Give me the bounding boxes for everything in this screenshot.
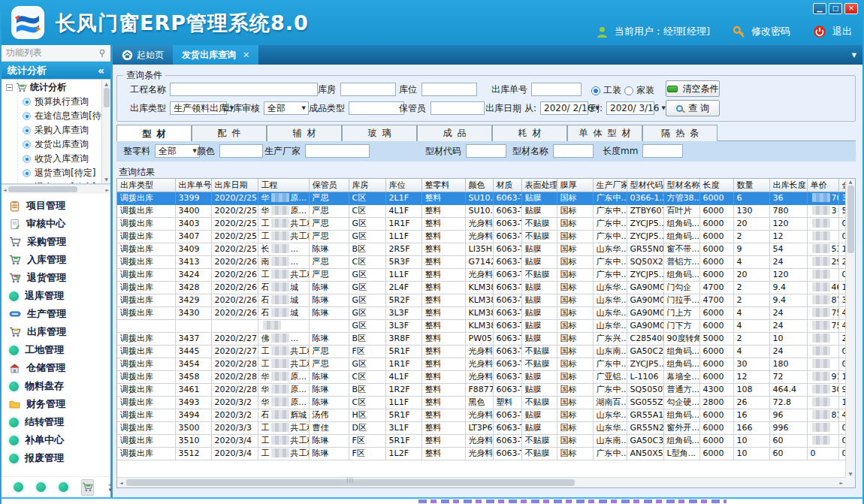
tree-horizontal-scrollbar[interactable]: ◄ ► [2, 184, 110, 194]
column-header-出库类型[interactable]: 出库类型 [117, 179, 175, 192]
warehouse-input[interactable] [340, 83, 396, 96]
cart-module-button[interactable] [81, 479, 94, 496]
collapse-icon[interactable]: « [98, 65, 104, 77]
maximize-button[interactable]: □ [829, 3, 842, 14]
scroll-down-icon[interactable]: ▼ [104, 177, 108, 182]
search-button[interactable]: 查 询 [666, 100, 720, 116]
table-row[interactable]: 调拨出库34132020/2/26南...严思C区5R3F整料G71422606… [117, 255, 845, 268]
tree-item-收货入库查询[interactable]: 收货入库查询 [2, 152, 101, 166]
column-header-长度[interactable]: 长度 [699, 179, 733, 192]
table-row[interactable]: 调拨出库34942020/3/2石辉城汤伟H区5R1F整料光身料6063-T5贴… [117, 409, 845, 421]
section-header-statistics[interactable]: 统计分析 « [2, 62, 110, 79]
date-from-picker[interactable]: 2020/ 2/16 ▼ [540, 101, 588, 115]
table-row[interactable]: 调拨出库34372020/2/27佛...陈琳B区3R8F整料PW056063-… [117, 332, 845, 345]
grid-horizontal-scrollbar[interactable]: ◄ ► [117, 477, 845, 487]
sidebar-item-退库管理[interactable]: 退库管理 [2, 287, 110, 305]
table-row[interactable]: 调拨出库34302020/2/26石城陈琳G区3L3F整料KLM38176063… [117, 306, 845, 319]
sidebar-item-退货管理[interactable]: 退货管理 [2, 269, 110, 287]
column-header-出库长度[interactable]: 出库长度 [769, 179, 807, 192]
sidebar-item-入库管理[interactable]: 入库管理 [2, 251, 110, 269]
table-row[interactable]: 调拨出库34282020/2/26石城陈琳G区2L4F整料KLM38176063… [117, 281, 845, 294]
grid-vertical-scrollbar[interactable]: ▲ ▼ [845, 179, 855, 477]
column-header-生产厂家[interactable]: 生产厂家 [593, 179, 627, 192]
material-tab-配件[interactable]: 配件 [192, 125, 267, 141]
column-header-工程[interactable]: 工程 [258, 179, 309, 192]
material-tab-辅材[interactable]: 辅材 [267, 125, 342, 141]
tree-vertical-scrollbar[interactable]: ▲ ▼ [101, 80, 110, 183]
table-row[interactable]: 调拨出库34092020/2/25长...陈琳B区2R5F整料LI35HD606… [117, 243, 845, 255]
table-row[interactable]: 调拨出库34072020/2/25工共工程严思G区1L1F整料光身料6063-T… [117, 230, 845, 243]
table-row[interactable]: 调拨出库34242020/2/26工共工程严思G区1L1F整料光身料6063-T… [117, 268, 845, 281]
sidebar-item-报废管理[interactable]: 报废管理 [2, 449, 110, 467]
sidebar-item-采购管理[interactable]: 采购管理 [2, 233, 110, 251]
color-input[interactable] [219, 144, 263, 158]
sidebar-item-项目管理[interactable]: 项目管理 [2, 197, 110, 215]
column-header-单价[interactable]: 单价 [807, 179, 838, 192]
manufacturer-input[interactable] [305, 144, 370, 158]
outbound-audit-select[interactable]: 全部 ▼ [264, 101, 309, 115]
minimize-button[interactable]: ▁ [813, 3, 826, 14]
keeper-input[interactable] [430, 101, 485, 115]
project-name-input[interactable] [170, 83, 318, 96]
scroll-left-icon[interactable]: ◄ [3, 187, 7, 192]
sidebar-item-审核中心[interactable]: 审核中心 [2, 215, 110, 233]
length-input[interactable] [642, 144, 683, 158]
table-row[interactable]: 调拨出库34292020/2/26石城陈琳G区5R2F整料KLM38176063… [117, 294, 845, 306]
table-row[interactable]: 调拨出库35102020/3/4工共工程陈琳F区5R1F整料光身料6063-T5… [117, 434, 845, 447]
table-row[interactable]: 调拨出库34032020/2/25工共工程严思G区1R1F整料光身料6063-T… [117, 217, 845, 230]
column-header-材质[interactable]: 材质 [493, 179, 521, 192]
column-header-库房[interactable]: 库房 [349, 179, 385, 192]
close-button[interactable]: ✕ [844, 3, 858, 14]
sidebar-item-物料盘存[interactable]: 物料盘存 [2, 377, 110, 395]
column-header-库位[interactable]: 库位 [385, 179, 421, 192]
sidebar-item-生产管理[interactable]: 生产管理 [2, 305, 110, 323]
outbound-type-select[interactable]: 生产领料出库 ▼ [170, 101, 227, 115]
scroll-right-icon[interactable]: ► [839, 480, 843, 485]
column-header-型材代码[interactable]: 型材代码 [627, 179, 663, 192]
table-row[interactable]: 调拨出库34582020/2/28华原...陈琳C区4L1F整料光身料6063-… [117, 370, 845, 383]
scroll-thumb[interactable] [126, 479, 575, 486]
column-header-颜色[interactable]: 颜色 [465, 179, 493, 192]
table-row[interactable]: 调拨出库34452020/2/27工共工程严思F区5R1F整料光身料6063-T… [117, 345, 845, 358]
table-row[interactable]: 调拨出库34542020/2/28工共工程严思G区1R1F整料光身料6063-T… [117, 358, 845, 370]
material-tab-隔热条[interactable]: 隔热条 [642, 125, 717, 141]
table-row[interactable]: 调拨出库34002020/2/25华原...严思C区4L1F整料SU10...6… [117, 204, 845, 217]
tree-item-退库管理[待定][interactable]: 退库管理[待定] [2, 180, 101, 183]
whole-piece-select[interactable]: 全部 ▼ [155, 144, 200, 158]
tab-home[interactable]: 起始页 [113, 45, 173, 65]
date-to-picker[interactable]: 2020/ 3/16 ▼ [606, 101, 654, 115]
column-header-出库日期[interactable]: 出库日期 [211, 179, 258, 192]
tree-item-退货查询[待定][interactable]: 退货查询[待定] [2, 166, 101, 180]
module-dot-icon[interactable] [14, 482, 23, 492]
column-header-保管员[interactable]: 保管员 [309, 179, 349, 192]
tree-root-statistics[interactable]: − 统计分析 [2, 80, 101, 95]
material-tab-玻璃[interactable]: 玻璃 [342, 125, 417, 141]
radio-gongzhuang[interactable] [591, 86, 600, 95]
scroll-thumb[interactable] [847, 186, 854, 253]
tree-item-发货出库查询[interactable]: 发货出库查询 [2, 137, 101, 152]
module-dot-icon[interactable] [59, 482, 68, 492]
table-row[interactable]: 调拨出库34612020/2/28华原...陈琳B区1R2F整料F8877FT6… [117, 383, 845, 396]
product-type-input[interactable] [349, 101, 404, 115]
material-tab-型材[interactable]: 型材 [116, 125, 192, 142]
pin-icon[interactable] [98, 49, 106, 58]
tree-item-预算执行查询[interactable]: 预算执行查询 [2, 95, 101, 109]
tab-shipping-outbound-query[interactable]: 发货出库查询 ✕ [173, 45, 258, 65]
column-header-金[interactable]: 金 [838, 179, 845, 192]
sidebar-item-仓储管理[interactable]: 仓储管理 [2, 359, 110, 377]
material-tab-单体型材[interactable]: 单体型材 [567, 125, 642, 141]
scroll-thumb[interactable] [104, 88, 110, 107]
table-row[interactable]: 调拨出库33992020/2/25华原...严思C区2L1F整料SU10...6… [117, 192, 845, 204]
more-modules-icon[interactable]: »▾ [108, 482, 113, 493]
profile-code-input[interactable] [466, 144, 506, 158]
sidebar-item-结转管理[interactable]: 结转管理 [2, 413, 110, 431]
column-header-型材名称[interactable]: 型材名称 [663, 179, 699, 192]
sidebar-item-财务管理[interactable]: 财务管理 [2, 395, 110, 413]
column-header-出库单号[interactable]: 出库单号 [175, 179, 211, 192]
scroll-thumb[interactable] [8, 186, 77, 192]
module-dot-icon[interactable] [36, 482, 46, 492]
tab-overflow-icon[interactable]: ▼ [852, 52, 862, 65]
table-row[interactable]: 调拨出库34932020/3/2华原...陈琳C区1L1F整料黑色塑料不贴膜国标… [117, 396, 845, 409]
table-row[interactable]: G区3L3F整料KLM38176063-T5贴膜国标山东华...GA90M09.… [117, 319, 845, 332]
tree-item-在途信息查询[待[interactable]: 在途信息查询[待 [2, 109, 101, 123]
